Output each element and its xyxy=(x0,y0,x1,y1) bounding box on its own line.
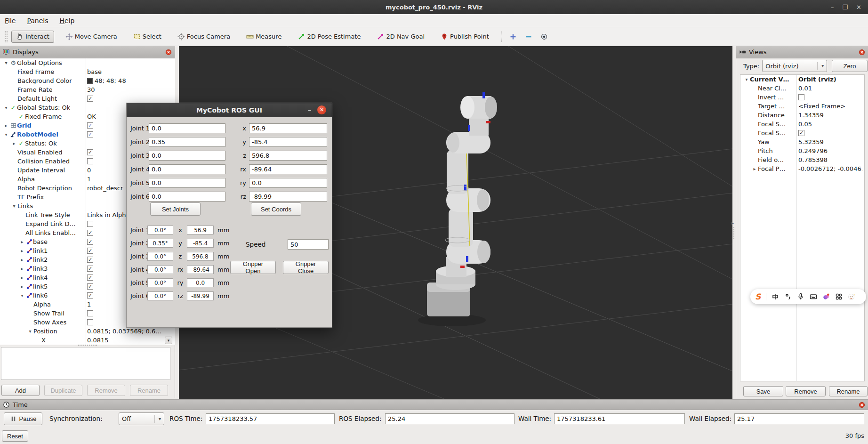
tone-icon[interactable] xyxy=(784,293,792,300)
zero-button[interactable]: Zero xyxy=(832,60,868,72)
time-field-ros-time-[interactable] xyxy=(206,413,335,424)
speed-input[interactable] xyxy=(288,239,329,250)
checkbox-checked[interactable]: ✓ xyxy=(87,283,93,290)
coord-rx-input[interactable] xyxy=(249,164,327,174)
tool-move-camera[interactable]: Move Camera xyxy=(61,31,122,43)
views-panel-header[interactable]: Views xyxy=(736,46,868,58)
tree-row-global-options[interactable]: ▾⚙Global Options xyxy=(0,58,175,67)
expander-right-icon[interactable]: ▸ xyxy=(3,123,9,128)
plus-icon[interactable] xyxy=(509,33,517,40)
tree-row-distance[interactable]: Distance1.34359 xyxy=(740,111,864,120)
tree-row-frame-rate[interactable]: Frame Rate30 xyxy=(0,85,175,94)
checkbox-checked[interactable]: ✓ xyxy=(87,96,93,102)
tree-row-focal-p-[interactable]: ▸Focal P…-0.0026712; -0.0046… xyxy=(740,164,864,173)
eye-icon[interactable] xyxy=(540,33,548,40)
coord-x-input[interactable] xyxy=(249,123,327,133)
window-titlebar[interactable]: mycobot_pro_450.rviz - RViz – ❐ ✕ xyxy=(0,0,868,14)
joint-4-input[interactable] xyxy=(149,164,225,174)
coord-z-input[interactable] xyxy=(249,151,327,161)
views-save-button[interactable]: Save xyxy=(743,386,783,396)
skin-icon[interactable] xyxy=(822,293,830,300)
synchronization-select[interactable]: Off ▾ xyxy=(119,412,164,425)
joint-5-input[interactable] xyxy=(149,178,225,188)
displays-panel-header[interactable]: Displays xyxy=(0,46,175,58)
tree-row-near-cl-[interactable]: Near Cl…0.01 xyxy=(740,84,864,93)
tree-row-pitch[interactable]: Pitch0.249796 xyxy=(740,146,864,155)
checkbox-checked[interactable]: ✓ xyxy=(87,149,93,155)
expander-down-icon[interactable]: ▾ xyxy=(11,203,17,209)
tree-row-yaw[interactable]: Yaw5.32359 xyxy=(740,137,864,146)
checkbox-checked[interactable]: ✓ xyxy=(87,230,93,236)
time-field-ros-elapsed-[interactable] xyxy=(385,413,514,424)
checkbox-unchecked[interactable] xyxy=(87,221,93,227)
mic-icon[interactable] xyxy=(797,293,804,300)
expander-down-icon[interactable]: ▾ xyxy=(27,329,33,334)
views-remove-button[interactable]: Remove xyxy=(786,386,826,396)
tree-row-fixed-frame[interactable]: Fixed Framebase xyxy=(0,67,175,76)
emoji-icon[interactable] xyxy=(848,293,855,300)
menu-panels[interactable]: Panels xyxy=(27,17,48,24)
window-minimize-button[interactable]: – xyxy=(831,4,834,11)
expander-right-icon[interactable]: ▸ xyxy=(19,239,25,244)
set-joints-button[interactable]: Set Joints xyxy=(150,202,201,216)
checkbox-checked[interactable]: ✓ xyxy=(87,248,93,254)
joint-2-input[interactable] xyxy=(149,137,225,147)
tree-row-current-v-[interactable]: ▾Current V…Orbit (rviz) xyxy=(740,75,864,84)
zh-icon[interactable] xyxy=(772,293,779,300)
tree-row-field-o-[interactable]: Field o…0.785398 xyxy=(740,155,864,164)
time-panel-header[interactable]: Time xyxy=(0,400,868,410)
minus-icon[interactable] xyxy=(525,33,532,40)
reset-button[interactable]: Reset xyxy=(2,430,28,442)
toolbar-drag-handle[interactable] xyxy=(5,31,8,42)
apps-grid-icon[interactable] xyxy=(835,293,843,300)
expander-right-icon[interactable]: ▸ xyxy=(19,248,25,253)
views-rename-button[interactable]: Rename xyxy=(829,386,868,396)
menu-help[interactable]: Help xyxy=(60,17,75,24)
expander-right-icon[interactable]: ▸ xyxy=(11,141,17,146)
tree-row-invert-[interactable]: Invert … xyxy=(740,93,864,102)
expander-down-icon[interactable]: ▾ xyxy=(3,60,9,65)
tree-row-target-[interactable]: Target …<Fixed Frame> xyxy=(740,102,864,111)
expander-right-icon[interactable]: ▸ xyxy=(751,166,758,171)
joint-6-input[interactable] xyxy=(149,192,225,202)
expander-right-icon[interactable]: ▸ xyxy=(19,257,25,262)
checkbox-checked[interactable]: ✓ xyxy=(87,122,93,129)
time-field-wall-time-[interactable] xyxy=(554,413,685,424)
checkbox-checked[interactable]: ✓ xyxy=(87,131,93,137)
tree-row-default-light[interactable]: Default Light✓ xyxy=(0,94,175,103)
checkbox-unchecked[interactable] xyxy=(87,319,93,325)
tree-row-focal-s-[interactable]: Focal S…0.05 xyxy=(740,120,864,129)
tree-row-position[interactable]: ▾Position0.0815; 0.037569; 0.6… xyxy=(0,327,175,336)
displays-close-icon[interactable] xyxy=(165,49,172,56)
coord-rz-input[interactable] xyxy=(249,192,327,202)
joint-1-input[interactable] xyxy=(149,123,225,133)
joint-3-input[interactable] xyxy=(149,151,225,161)
view-type-select[interactable]: Orbit (rviz) ▾ xyxy=(762,60,827,72)
tree-row-x[interactable]: X▾0.0815 xyxy=(0,336,175,345)
tool-2d-pose-estimate[interactable]: 2D Pose Estimate xyxy=(293,31,365,43)
checkbox-unchecked[interactable] xyxy=(798,94,804,100)
checkbox-checked[interactable]: ✓ xyxy=(87,274,93,281)
set-coords-button[interactable]: Set Coords xyxy=(251,202,301,216)
gripper-open-button[interactable]: Gripper Open xyxy=(230,261,276,274)
window-maximize-button[interactable]: ❐ xyxy=(842,4,848,11)
dialog-minimize-button[interactable]: – xyxy=(308,106,311,113)
coord-y-input[interactable] xyxy=(249,137,327,147)
expander-down-icon[interactable]: ▾ xyxy=(3,132,9,137)
checkbox-checked[interactable]: ✓ xyxy=(87,266,93,272)
checkbox-checked[interactable]: ✓ xyxy=(87,292,93,299)
checkbox-checked[interactable]: ✓ xyxy=(798,130,804,136)
tool-2d-nav-goal[interactable]: 2D Nav Goal xyxy=(372,31,429,43)
sogou-s-icon[interactable]: S xyxy=(755,292,761,301)
checkbox-checked[interactable]: ✓ xyxy=(87,257,93,263)
ime-toolbar[interactable]: S xyxy=(750,289,866,304)
panel-splitter-dots[interactable] xyxy=(733,227,735,239)
add-button[interactable]: Add xyxy=(1,385,40,396)
dialog-close-button[interactable]: ✕ xyxy=(317,105,326,114)
time-field-wall-elapsed-[interactable] xyxy=(734,413,864,424)
tool-select[interactable]: Select xyxy=(129,31,166,43)
tool-focus-camera[interactable]: Focus Camera xyxy=(173,31,235,43)
expander-right-icon[interactable]: ▸ xyxy=(19,275,25,280)
tree-row-focal-s-[interactable]: Focal S…✓ xyxy=(740,129,864,137)
gripper-close-button[interactable]: Gripper Close xyxy=(283,261,329,274)
